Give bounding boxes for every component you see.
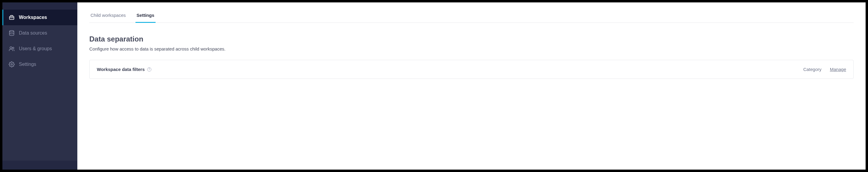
svg-point-4 <box>12 47 14 49</box>
sidebar: Workspaces Data sources U <box>2 2 77 170</box>
section-title: Data separation <box>89 35 854 43</box>
svg-point-3 <box>10 47 12 49</box>
sidebar-footer <box>2 161 77 170</box>
tab-label: Child workspaces <box>91 13 126 18</box>
workspace-icon <box>9 15 15 21</box>
gear-icon <box>9 62 15 67</box>
svg-point-5 <box>11 64 12 65</box>
sidebar-item-label: Settings <box>19 62 36 67</box>
sidebar-item-data-sources[interactable]: Data sources <box>2 25 77 41</box>
manage-link[interactable]: Manage <box>830 67 846 72</box>
svg-point-2 <box>9 31 14 32</box>
sidebar-spacer <box>2 72 77 161</box>
users-icon <box>9 46 15 52</box>
help-icon[interactable]: ? <box>147 67 151 72</box>
tab-settings[interactable]: Settings <box>135 9 156 23</box>
main-content: Child workspaces Settings Data separatio… <box>77 2 866 170</box>
sidebar-item-label: Workspaces <box>19 15 47 20</box>
data-filters-card: Workspace data filters ? Category Manage <box>89 60 854 79</box>
sidebar-item-users-groups[interactable]: Users & groups <box>2 41 77 56</box>
app-container: Workspaces Data sources U <box>2 2 866 170</box>
tab-label: Settings <box>137 13 154 18</box>
database-icon <box>9 30 15 36</box>
sidebar-item-label: Users & groups <box>19 46 52 51</box>
card-right: Category Manage <box>803 67 846 72</box>
card-title: Workspace data filters <box>97 67 145 72</box>
sidebar-item-workspaces[interactable]: Workspaces <box>2 9 77 25</box>
tab-child-workspaces[interactable]: Child workspaces <box>89 9 127 23</box>
sidebar-item-label: Data sources <box>19 30 47 36</box>
category-label: Category <box>803 67 822 72</box>
sidebar-item-settings[interactable]: Settings <box>2 56 77 72</box>
sidebar-top-spacer <box>2 2 77 9</box>
card-left: Workspace data filters ? <box>97 67 151 72</box>
tabs: Child workspaces Settings <box>89 9 854 23</box>
section-description: Configure how access to data is separate… <box>89 46 854 51</box>
